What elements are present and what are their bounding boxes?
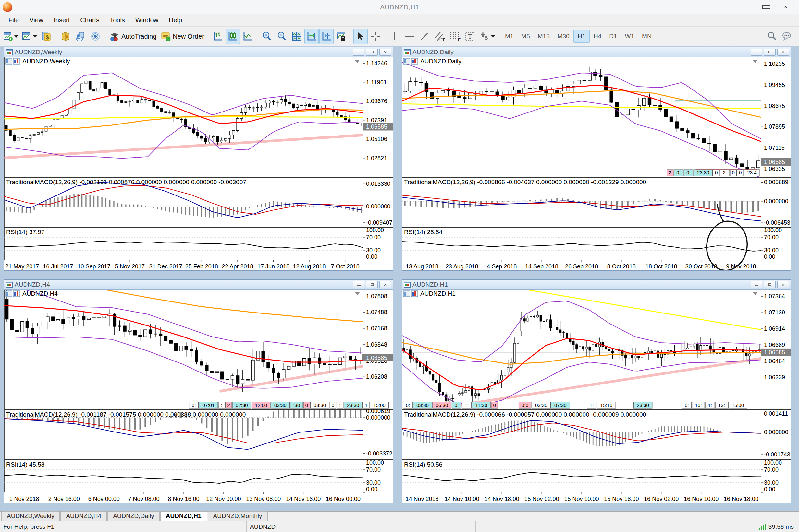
macd-tick: -0.009407: [366, 220, 392, 226]
window-close-button[interactable]: ×: [781, 3, 790, 11]
chart-window-h1: AUDNZD,H1×AUDNZD,H1TraditionalMACD(12,26…: [402, 280, 791, 503]
price-tick: 1.06464: [764, 358, 785, 364]
new-chart-button[interactable]: [2, 28, 20, 44]
chevron-down-icon[interactable]: [491, 35, 495, 38]
close-button[interactable]: ×: [777, 281, 789, 288]
text-tool-button[interactable]: T: [463, 28, 477, 44]
autotrading-button[interactable]: AutoTrading: [107, 28, 158, 44]
date-tick: 14 Nov 16:00: [286, 496, 321, 502]
chart-tab-audnzd-monthly[interactable]: AUDNZD,Monthly: [208, 511, 268, 521]
horizontal-line-tool-button[interactable]: [402, 28, 417, 44]
date-tick: 15 Nov 10:00: [564, 496, 599, 502]
rsi-tick: 0.00: [764, 253, 775, 260]
timeframe-h4[interactable]: H4: [590, 30, 605, 42]
menu-tools[interactable]: Tools: [105, 15, 130, 25]
close-button[interactable]: ×: [379, 49, 391, 56]
fibonacci-tool-button[interactable]: F: [447, 28, 462, 44]
date-tick: 16 Nov 18:00: [724, 496, 759, 502]
line-chart-mode-button[interactable]: [240, 28, 255, 44]
chart-body[interactable]: AUDNZD,DailyTraditionalMACD(12,26,9) -0.…: [402, 57, 791, 270]
zoom-in-button[interactable]: [260, 28, 274, 44]
time-badge-label: 0: [305, 402, 308, 408]
svg-text:5: 5: [66, 34, 69, 39]
window-restore-button[interactable]: [762, 3, 770, 11]
tile-windows-button[interactable]: [290, 28, 304, 44]
terminal-button[interactable]: [88, 28, 103, 44]
minimize-button[interactable]: [353, 49, 364, 56]
chevron-down-icon[interactable]: [33, 35, 37, 38]
menu-insert[interactable]: Insert: [48, 15, 75, 25]
chart-body[interactable]: AUDNZD,WeeklyTraditionalMACD(12,26,9) -0…: [4, 57, 393, 270]
zoom-out-button[interactable]: [275, 28, 289, 44]
chart-tab-audnzd-weekly[interactable]: AUDNZD,Weekly: [1, 511, 60, 521]
auto-scroll-button[interactable]: [304, 28, 319, 44]
menu-charts[interactable]: Charts: [75, 15, 105, 25]
menu-view[interactable]: View: [24, 15, 48, 25]
chart-tab-audnzd-daily[interactable]: AUDNZD,Daily: [107, 511, 160, 521]
cursor-tool-button[interactable]: [353, 28, 368, 44]
chart-window-titlebar[interactable]: AUDNZD,H1×: [402, 280, 791, 289]
menu-window[interactable]: Window: [130, 15, 164, 25]
rsi-label: RSI(14) 45.58: [6, 461, 44, 468]
timeframe-mn[interactable]: MN: [638, 30, 656, 42]
chart-body[interactable]: AUDNZD,H1TraditionalMACD(12,26,9) -0.000…: [402, 289, 791, 503]
equidistant-channel-tool-button[interactable]: E: [432, 28, 447, 44]
date-tick: 5 Nov 2017: [115, 263, 145, 270]
chevron-down-icon[interactable]: [14, 35, 18, 38]
menu-help[interactable]: Help: [164, 15, 187, 25]
macd-label: TraditionalMACD(12,26,9) -0.001187 -0.00…: [6, 411, 246, 418]
chart-tab-audnzd-h4[interactable]: AUDNZD,H4: [60, 511, 107, 521]
rsi-tick: 30.00: [366, 247, 381, 253]
restore-button[interactable]: [764, 49, 776, 56]
rsi-label: RSI(14) 28.84: [404, 229, 443, 235]
restore-button[interactable]: [366, 49, 378, 56]
vertical-line-tool-button[interactable]: [387, 28, 402, 44]
minimize-button[interactable]: [751, 49, 762, 56]
new-order-button[interactable]: New Order: [159, 28, 206, 44]
templates-button[interactable]: [334, 28, 348, 44]
chart-shift-button[interactable]: [319, 28, 333, 44]
restore-button[interactable]: [366, 281, 378, 288]
chart-window-titlebar[interactable]: AUDNZD,Daily×: [402, 48, 791, 57]
time-badge-label: 13:: [718, 402, 725, 408]
navigator-button[interactable]: [73, 28, 88, 44]
timeframe-m15[interactable]: M15: [534, 30, 553, 42]
timeframe-h1[interactable]: H1: [574, 30, 590, 43]
chat-icon[interactable]: [780, 28, 794, 44]
trendline-tool-button[interactable]: [417, 28, 432, 44]
crosshair-tool-button[interactable]: [368, 28, 383, 44]
chart-window-titlebar[interactable]: AUDNZD,H4×: [4, 280, 393, 289]
autotrading-label: AutoTrading: [121, 33, 157, 40]
timeframe-m1[interactable]: M1: [501, 30, 517, 42]
restore-button[interactable]: [764, 281, 776, 288]
main-titlebar: AUDNZD,H1 ×: [0, 0, 799, 14]
arrows-tool-button[interactable]: [478, 28, 496, 44]
search-icon[interactable]: [765, 28, 779, 44]
menu-bar: FileViewInsertChartsToolsWindowHelp: [0, 14, 799, 26]
timeframe-d1[interactable]: D1: [605, 30, 621, 42]
close-button[interactable]: ×: [379, 281, 391, 288]
history-center-button[interactable]: 5: [58, 28, 73, 44]
date-tick: 8 Oct 2018: [607, 263, 636, 270]
timeframe-w1[interactable]: W1: [621, 30, 638, 42]
candlestick-mode-button[interactable]: [225, 28, 240, 44]
time-badge-label: 06:30: [436, 402, 448, 408]
close-button[interactable]: ×: [777, 49, 789, 56]
menu-file[interactable]: File: [3, 15, 24, 25]
window-minimize-button[interactable]: [743, 3, 751, 11]
market-watch-button[interactable]: $: [39, 28, 54, 44]
timeframe-m5[interactable]: M5: [517, 30, 533, 42]
chart-tab-audnzd-h1[interactable]: AUDNZD,H1: [160, 511, 207, 521]
macd-tick: 0.001411: [764, 411, 788, 417]
profiles-button[interactable]: [20, 28, 39, 44]
date-tick: 8 Nov 16:00: [168, 496, 199, 502]
rsi-tick: 70.00: [764, 234, 779, 241]
price-tick: 1.06848: [366, 341, 387, 348]
timeframe-m30[interactable]: M30: [553, 30, 574, 42]
bar-chart-mode-button[interactable]: [211, 28, 225, 44]
chart-body[interactable]: AUDNZD,H4TraditionalMACD(12,26,9) -0.001…: [4, 289, 393, 503]
chart-window-titlebar[interactable]: AUDNZD,Weekly×: [4, 48, 393, 57]
date-tick: 16 Nov 10:00: [684, 496, 719, 502]
minimize-button[interactable]: [353, 281, 364, 288]
minimize-button[interactable]: [751, 281, 762, 288]
